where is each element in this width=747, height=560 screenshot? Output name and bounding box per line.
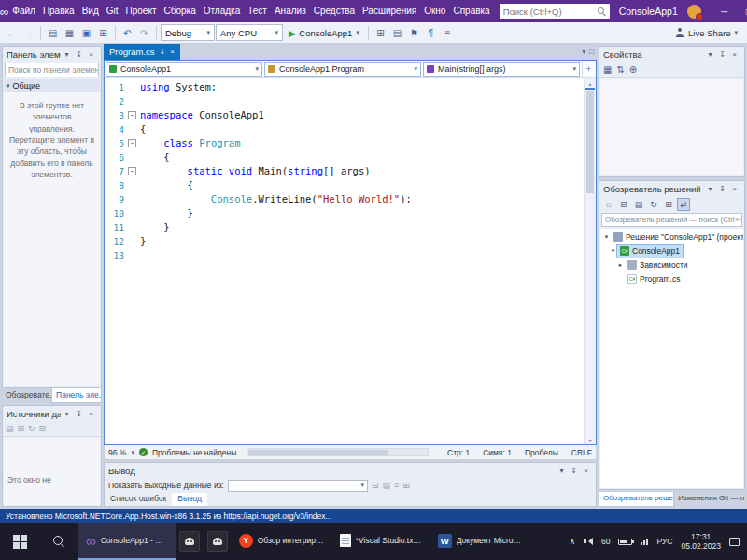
editor-vertical-scrollbar[interactable]: ▴ ▾ bbox=[584, 78, 596, 444]
add-source-icon[interactable]: ▤ bbox=[6, 424, 14, 433]
output-source-dropdown[interactable]: ▾ bbox=[228, 480, 368, 492]
home-icon[interactable]: ⌂ bbox=[602, 198, 615, 211]
menu-file[interactable]: Файл bbox=[8, 0, 39, 22]
menu-build[interactable]: Сборка bbox=[160, 0, 199, 22]
start-debugging-button[interactable]: ▶ ConsoleApp1 ▾ bbox=[284, 24, 364, 42]
tab-error-list[interactable]: Список ошибок bbox=[105, 493, 172, 506]
attach-icon[interactable]: ⊞ bbox=[373, 24, 388, 42]
window-position-icon[interactable]: ▾ bbox=[61, 410, 73, 418]
volume-icon[interactable] bbox=[584, 538, 593, 546]
data-sources-title-bar[interactable]: Источники данных ▾ ↧ × bbox=[3, 406, 101, 421]
fold-toggle-icon[interactable]: - bbox=[128, 111, 136, 119]
tab-program-cs[interactable]: Program.cs ↧ × bbox=[104, 44, 180, 60]
scroll-up-icon[interactable]: ▴ bbox=[585, 78, 596, 88]
tab-solution-explorer[interactable]: Обозреватель реше... bbox=[599, 492, 674, 507]
auto-hide-pin-icon[interactable]: ↧ bbox=[716, 50, 728, 59]
expander-icon[interactable]: ▾ bbox=[602, 233, 611, 241]
split-editor-icon[interactable]: + bbox=[582, 62, 595, 77]
preview-icon[interactable]: ▤ bbox=[389, 24, 405, 42]
project-dropdown[interactable]: ConsoleApp1 ▾ bbox=[106, 62, 262, 77]
menu-git[interactable]: Git bbox=[103, 0, 122, 22]
taskbar-search-button[interactable] bbox=[39, 523, 78, 560]
close-icon[interactable]: × bbox=[85, 410, 97, 418]
refresh-icon[interactable]: ↻ bbox=[28, 424, 35, 433]
float-window-icon[interactable]: □ bbox=[589, 48, 594, 56]
new-file-icon[interactable]: ▤ bbox=[45, 24, 61, 42]
type-dropdown[interactable]: ConsoleApp1.Program ▾ bbox=[264, 62, 421, 77]
menu-debug[interactable]: Отладка bbox=[200, 0, 245, 22]
save-all-icon[interactable]: ⊞ bbox=[95, 24, 111, 42]
menu-window[interactable]: Окно bbox=[420, 0, 449, 22]
toolbox-group-general[interactable]: ▾ Общие bbox=[4, 79, 100, 92]
refresh-icon[interactable]: ↻ bbox=[647, 198, 660, 211]
maximize-button[interactable]: □ bbox=[737, 0, 747, 22]
notification-center-icon[interactable] bbox=[729, 538, 740, 546]
taskbar-clock[interactable]: 17:31 05.02.2023 bbox=[681, 532, 721, 551]
toolbox-title-bar[interactable]: Панель элементов ▾ ↧ × bbox=[3, 47, 101, 62]
minimize-button[interactable]: ─ bbox=[712, 0, 737, 22]
code-line[interactable]: { bbox=[140, 122, 584, 136]
show-all-files-icon[interactable]: ▤ bbox=[632, 198, 645, 211]
output-title-bar[interactable]: Вывод ▾ ↧ × bbox=[105, 463, 596, 478]
battery-icon[interactable] bbox=[618, 539, 632, 545]
zoom-level-dropdown[interactable]: 96 % bbox=[108, 448, 126, 457]
code-line[interactable]: } bbox=[140, 234, 584, 248]
undo-icon[interactable]: ↶ bbox=[120, 24, 135, 42]
auto-hide-pin-icon[interactable]: ↧ bbox=[73, 50, 85, 59]
code-line[interactable]: } bbox=[140, 206, 584, 220]
bookmark-icon[interactable]: ⚑ bbox=[406, 24, 422, 42]
tab-toolbox[interactable]: Панель эле... bbox=[51, 388, 102, 403]
fold-toggle-icon[interactable]: - bbox=[128, 167, 136, 175]
code-line[interactable]: class Program bbox=[140, 136, 584, 150]
document-list-icon[interactable]: ▾ bbox=[582, 48, 585, 56]
scrollbar-thumb[interactable] bbox=[586, 91, 594, 193]
menu-tools[interactable]: Средства bbox=[310, 0, 359, 22]
code-line[interactable] bbox=[140, 248, 584, 262]
expander-icon[interactable]: ▸ bbox=[616, 261, 625, 269]
solution-configuration-dropdown[interactable]: Debug ▾ bbox=[161, 24, 215, 41]
code-lines[interactable]: using System;namespace ConsoleApp1{ clas… bbox=[138, 78, 584, 444]
collapse-icon[interactable]: ⊟ bbox=[39, 424, 47, 433]
pin-icon[interactable]: ↧ bbox=[160, 48, 166, 56]
solution-platform-dropdown[interactable]: Any CPU ▾ bbox=[216, 24, 283, 41]
menu-edit[interactable]: Правка bbox=[39, 0, 78, 22]
code-line[interactable]: { bbox=[140, 150, 584, 164]
redo-icon[interactable]: ↷ bbox=[136, 24, 152, 42]
taskbar-app-word[interactable]: W Документ Microso... bbox=[430, 523, 531, 560]
taskbar-app-notepad[interactable]: *Visual Studio.txt - ... bbox=[332, 523, 430, 560]
taskbar-app-visual-studio[interactable]: ∞ ConsoleApp1 - Mic... bbox=[78, 523, 176, 560]
messages-icon[interactable]: ≡ bbox=[394, 481, 399, 490]
close-icon[interactable]: × bbox=[728, 50, 740, 59]
open-file-icon[interactable]: ▦ bbox=[62, 24, 78, 42]
navigate-back-icon[interactable]: ← bbox=[4, 24, 20, 42]
tab-server-explorer[interactable]: Обозревате... bbox=[2, 388, 51, 403]
indent-icon[interactable]: ≡ bbox=[440, 24, 456, 42]
tab-git-changes[interactable]: Изменения Git — п... bbox=[674, 492, 745, 507]
scroll-down-icon[interactable]: ▾ bbox=[585, 435, 596, 444]
menu-extensions[interactable]: Расширения bbox=[359, 0, 420, 22]
menu-help[interactable]: Справка bbox=[449, 0, 493, 22]
code-line[interactable]: using System; bbox=[140, 80, 584, 94]
auto-hide-pin-icon[interactable]: ↧ bbox=[568, 467, 580, 475]
property-pages-icon[interactable]: ⊕ bbox=[629, 64, 637, 75]
expander-icon[interactable]: ▾ bbox=[609, 247, 617, 255]
code-line[interactable]: } bbox=[140, 220, 584, 234]
taskbar-pinned-app-2[interactable] bbox=[204, 523, 232, 560]
auto-hide-pin-icon[interactable]: ↧ bbox=[73, 410, 85, 418]
account-avatar[interactable] bbox=[687, 5, 701, 19]
settings-icon[interactable]: ⊞ bbox=[402, 481, 410, 490]
member-dropdown[interactable]: Main(string[] args) ▾ bbox=[423, 62, 580, 77]
language-indicator[interactable]: РУС bbox=[656, 537, 672, 546]
close-icon[interactable]: × bbox=[85, 50, 97, 59]
menu-analyze[interactable]: Анализ bbox=[271, 0, 310, 22]
hidden-icons-chevron-icon[interactable]: ∧ bbox=[570, 537, 575, 546]
navigate-forward-icon[interactable]: → bbox=[21, 24, 36, 42]
menu-project[interactable]: Проект bbox=[122, 0, 161, 22]
taskbar-pinned-app-1[interactable] bbox=[176, 523, 204, 560]
code-line[interactable]: static void Main(string[] args) bbox=[140, 164, 584, 178]
properties-title-bar[interactable]: Свойства ▾ ↧ × bbox=[599, 47, 744, 62]
alphabetical-sort-icon[interactable]: ⇅ bbox=[616, 64, 624, 75]
selected-tree-item[interactable]: C# ConsoleApp1 bbox=[617, 245, 683, 258]
toolbox-search-input[interactable]: Поиск по панели элемен bbox=[5, 63, 99, 77]
window-position-icon[interactable]: ▾ bbox=[556, 467, 568, 475]
